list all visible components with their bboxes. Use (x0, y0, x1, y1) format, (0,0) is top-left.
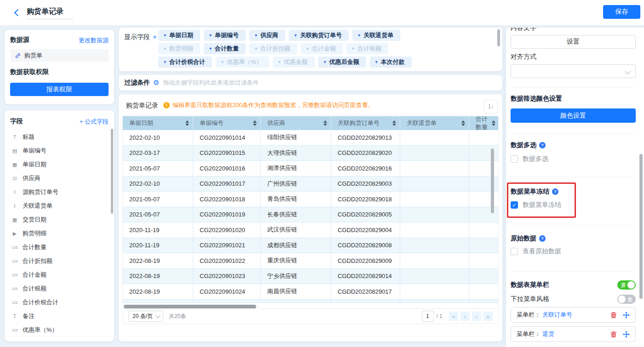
table-row[interactable]: 2020-11-19CG20220901021成都供应链CGDD20220829… (123, 238, 498, 254)
field-item[interactable]: ▶购货明细 (5, 227, 114, 240)
field-item[interactable]: ⊡供应商 (5, 171, 114, 185)
fields-scrollbar-thumb[interactable] (111, 129, 113, 214)
save-button[interactable]: 保存 (603, 5, 640, 19)
display-field-chip[interactable]: ▾合计数量 (204, 43, 246, 54)
field-item[interactable]: T标题 (5, 130, 114, 144)
table-row[interactable]: 2021-05-07CG20220901018青岛供应链CGDD20220829… (123, 192, 498, 207)
table-row[interactable]: 2022-02-10CG20220901017广州供应链CGDD20220829… (123, 176, 498, 192)
table-row[interactable]: 2022-08-19CG20220901022重庆供应链CGDD20220829… (123, 253, 498, 269)
display-field-chip[interactable]: ▾合计价税合计 (158, 57, 212, 68)
table-cell (123, 300, 193, 302)
table-row[interactable]: 2021-05-07CG20220901016湘潭供应链CGDD20220829… (123, 161, 498, 176)
datasource-item[interactable]: 购货单 (10, 49, 109, 62)
table-cell: CGDD20220829004 (331, 222, 400, 238)
table-row[interactable]: 2020-11-19CG20220901020武汉供应链CGDD20220829… (123, 222, 498, 238)
help-icon[interactable]: ? (552, 188, 558, 195)
table-horizontal-scrollbar-thumb[interactable] (124, 305, 256, 308)
add-display-field-icon[interactable]: + (153, 33, 157, 40)
help-icon[interactable]: ? (539, 142, 546, 148)
dropdown-style-toggle[interactable]: 关 (617, 295, 636, 304)
align-select[interactable] (511, 64, 636, 78)
date-icon: ▦ (11, 162, 18, 168)
move-icon[interactable] (623, 331, 630, 338)
table-row[interactable]: 2022-03-17CG20220901015大理供应链CGDD20220829… (123, 146, 498, 161)
field-item[interactable]: 123合计金额 (5, 268, 114, 282)
display-field-chip[interactable]: ▾关联退货单 (352, 30, 400, 41)
field-item[interactable]: T备注 (5, 309, 114, 323)
display-field-chip[interactable]: ▾合计金额 (301, 43, 343, 54)
raw-data-checkbox[interactable] (511, 248, 518, 255)
field-item[interactable]: 123合计价税合计 (5, 296, 114, 309)
field-item[interactable]: ▦交货日期 (5, 213, 114, 227)
table-menubar-row: 数据表菜单栏 开 (511, 280, 636, 290)
field-item[interactable]: 123合计税额 (5, 282, 114, 296)
trash-icon[interactable] (610, 331, 617, 338)
multi-select-checkbox[interactable] (511, 155, 518, 163)
column-header[interactable]: 关联购货订单号 (331, 116, 400, 130)
display-field-chip[interactable]: ▾单据日期 (158, 30, 200, 41)
table-cell: CG20220901020 (193, 222, 261, 238)
gear-icon[interactable]: ⚙ (153, 79, 159, 87)
add-formula-field-link[interactable]: + 公式字段 (80, 118, 109, 126)
table-menubar-toggle[interactable]: 开 (617, 280, 636, 290)
table-cell: 2021-05-07 (123, 192, 193, 207)
chevron-down-icon: ▾ (255, 46, 257, 51)
filter-bar[interactable]: 过滤条件 ⚙ 拖动左侧字段到此处来添加过滤条件 (119, 75, 502, 91)
field-label: 交货日期 (23, 216, 46, 224)
display-field-chips: ▾单据日期▾单据编号▾供应商▾关联购货订单号▾关联退货单 ▾购货明细▾合计数量▾… (158, 30, 412, 68)
display-field-chip[interactable]: ▾合计折扣额 (249, 43, 297, 54)
field-item[interactable]: 123优惠率（%） (5, 323, 114, 337)
display-field-chip[interactable]: ▾优惠金额 (273, 57, 315, 68)
display-field-chip[interactable]: ▾关联购货订单号 (289, 30, 349, 41)
right-panel-scrollbar-thumb[interactable] (639, 154, 643, 299)
display-fields-scrollbar-thumb[interactable] (497, 29, 500, 46)
first-page-icon[interactable]: « (449, 312, 458, 321)
column-header[interactable]: 单据编号 (193, 116, 261, 130)
field-item[interactable]: I关联退货单 (5, 199, 114, 213)
content-text-settings-button[interactable]: 设置 (511, 35, 636, 49)
last-page-icon[interactable]: » (483, 312, 493, 321)
report-permission-button[interactable]: 报表权限 (10, 83, 109, 96)
field-item[interactable]: ▦单据日期 (5, 158, 114, 171)
table-row[interactable]: 2021-05-07CG20220901019长春供应链CGDD20220829… (123, 207, 498, 223)
move-icon[interactable] (623, 312, 630, 319)
number-icon: 123 (11, 328, 18, 332)
table-cell: 广州供应链 (261, 176, 331, 192)
display-field-chip[interactable]: ▾合计税额 (346, 43, 388, 54)
table-vertical-scrollbar-thumb[interactable] (491, 148, 494, 213)
display-field-chip[interactable]: ▾优惠率（%） (216, 57, 269, 68)
field-item[interactable]: 123合计折扣额 (5, 254, 114, 268)
menubar-item[interactable]: 菜单栏： 退货 (511, 326, 636, 342)
field-item[interactable]: ▤单据编号 (5, 144, 114, 158)
field-item[interactable]: 123合计数量 (5, 240, 114, 254)
field-item[interactable]: I源购货订单号 (5, 185, 114, 199)
back-icon[interactable] (14, 9, 20, 16)
next-page-icon[interactable]: › (472, 312, 481, 321)
trash-icon[interactable] (610, 312, 617, 319)
color-settings-button[interactable]: 颜色设置 (511, 108, 636, 123)
table-row[interactable]: 2022-02-10CG20220901014绵阳供应链CGDD20220829… (123, 130, 498, 146)
column-header[interactable]: 供应商 (261, 116, 331, 130)
table-row[interactable]: 2022-08-19CG20220901023宁乡供应链CGDD20220829… (123, 269, 498, 284)
menu-freeze-checkbox[interactable] (511, 201, 518, 209)
display-field-chip[interactable]: ▾购货明细 (158, 43, 200, 54)
current-page-input[interactable]: 1 (422, 311, 434, 322)
change-datasource-link[interactable]: 更改数据源 (79, 36, 109, 45)
display-field-chip[interactable]: ▾优惠后金额 (318, 57, 366, 68)
display-field-chip[interactable]: ▾供应商 (249, 30, 285, 41)
display-field-chip[interactable]: ▾单据编号 (204, 30, 246, 41)
page-size-select[interactable]: 20 条/页 (128, 311, 163, 322)
menubar-item[interactable]: 菜单栏： 关联订单号 (511, 307, 636, 323)
column-header[interactable]: 关联退货单 (400, 116, 469, 130)
field-label: 标题 (23, 133, 34, 141)
sort-desc-icon (323, 124, 327, 126)
column-header[interactable]: 单据日期 (123, 116, 193, 130)
column-header[interactable]: 合计数量 (469, 116, 499, 130)
display-field-chip[interactable]: ▾本次付款 (370, 57, 412, 68)
sort-arrows-icon (492, 120, 495, 126)
help-icon[interactable]: ? (539, 235, 546, 242)
table-row[interactable]: 2022-08-19CG20220901024南昌供应链CGDD20220829… (123, 284, 498, 300)
prev-page-icon[interactable]: ‹ (460, 312, 470, 321)
table-cell: 武汉供应链 (261, 222, 331, 238)
sort-order-tool[interactable]: 1↓ (484, 100, 498, 114)
